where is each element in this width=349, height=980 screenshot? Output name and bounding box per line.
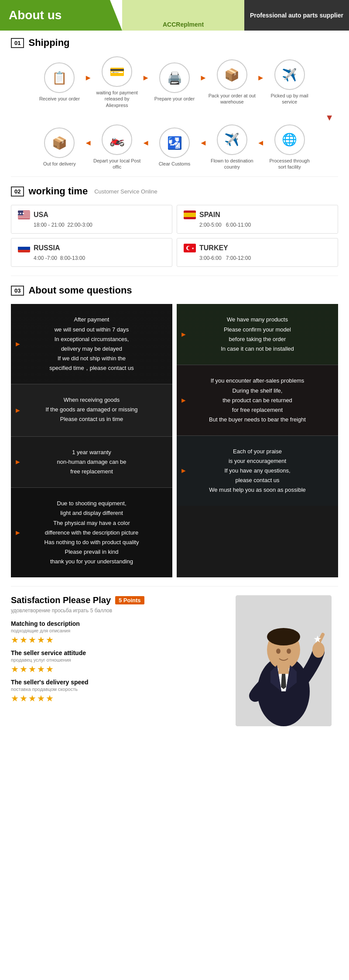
country-header-russia: RUSSIA [18,244,165,252]
country-header-spain: SPAIN [184,210,331,219]
q-left-block-2: ► When receiving goods If the goods are … [11,384,172,437]
svg-text:★: ★ [313,634,322,645]
ship-item-7: 🏍️ Depart your local Post offic [93,124,141,170]
q-left-text-3: 1 year warranty non-human damage can be … [57,449,126,475]
tagline-text: Professional auto parts supplier [250,12,343,19]
q-right-text-2: If you encounter after-sales problems Du… [209,377,306,422]
ship-item-9: ✈️ Flown to destination country [208,124,256,170]
arrow-4: ► [257,73,265,83]
q-left-arrow-4: ► [14,527,21,538]
ship-item-8: 🛂 Clear Customs [151,128,198,167]
country-header-turkey: ★ TURKEY [184,244,331,252]
person-illustration: ★ [236,595,332,726]
person-svg: ★ [236,595,332,726]
ship-item-5: ✈️ Picked up by mail service [266,59,314,105]
svg-point-29 [287,649,291,654]
russia-name: RUSSIA [34,244,60,252]
header-brand: ACCReplment [122,0,244,31]
russia-flag [18,244,30,252]
q-left-arrow-1: ► [14,338,21,350]
brand-name: ACCReplment [163,21,204,28]
country-header-usa: ★★★ USA [18,210,165,219]
shipping-num: 01 [11,38,24,48]
q-right-arrow-1: ► [180,328,187,340]
arrow-3: ► [199,73,207,83]
header-tagline: Professional auto parts supplier [244,0,349,31]
ship-label-6: Out for delivery [43,161,76,167]
country-card-spain: SPAIN 2:00-5:00 6:00-11:00 [177,205,338,234]
sat-item-3-title: The seller's delivery speed [11,679,220,686]
header-about: About us [0,0,122,31]
ship-icon-6: 📦 [44,128,75,158]
sat-item-1-title: Matching to description [11,620,220,627]
q-right-block-2: ► If you encounter after-sales problems … [177,365,338,435]
svg-point-16 [188,246,191,250]
q-left-text-4: Due to shooting equipment, light and dis… [44,500,139,565]
questions-title-row: 03 About some questions [11,285,338,296]
working-subtitle: Customer Service Online [94,188,157,195]
questions-grid: ► After payment we will send out within … [11,304,338,577]
svg-text:★: ★ [192,247,194,250]
turkey-time: 3:00-6:00 7:00-12:00 [199,255,331,261]
q-left-arrow-2: ► [14,404,21,416]
sat-item-2-title: The seller service attitude [11,649,220,656]
ship-icon-9: ✈️ [217,124,247,155]
ship-item-1: 📋 Receive your order [35,62,83,102]
q-left-block-1: ► After payment we will send out within … [11,304,172,384]
satisfaction-title-row: Satisfaction Please Play 5 Points [11,595,220,605]
svg-rect-11 [18,244,30,247]
sat-item-3: The seller's delivery speed поставка про… [11,679,220,704]
svg-point-23 [267,628,300,645]
q-left-text-2: When receiving goods If the goods are da… [45,397,137,422]
questions-title: About some questions [28,285,132,296]
ship-icon-7: 🏍️ [102,124,132,155]
sat-item-2-sub: продавец услуг отношения [11,657,220,663]
svg-point-28 [276,649,281,654]
questions-num: 03 [11,286,24,296]
shipping-title-row: 01 Shipping [11,37,338,48]
ship-icon-4: 📦 [217,59,247,90]
arrow-8: ◄ [257,138,265,148]
ship-label-2: waiting for payment released by Aliexpre… [93,90,141,108]
arrow-6: ◄ [142,138,150,148]
questions-section: 03 About some questions ► After payment … [0,276,349,586]
svg-rect-10 [184,213,196,217]
q-right-block-1: ► We have many products Please confirm y… [177,304,338,365]
q-right-text-3: Each of your praise is your encouragemen… [209,448,306,493]
q-left-text-1: After payment we will send out within 7 … [49,316,134,371]
arrow-5: ◄ [84,138,92,148]
ship-label-8: Clear Customs [159,161,191,167]
shipping-row1: 📋 Receive your order ► 💳 waiting for pay… [11,56,338,108]
working-title-row: 02 working time Customer Service Online [11,186,338,197]
ship-label-1: Receive your order [39,96,80,102]
shipping-title: Shipping [28,37,69,48]
satisfaction-title: Satisfaction Please Play [11,595,111,605]
working-time-section: 02 working time Customer Service Online [0,177,349,276]
sat-item-3-stars: ★★★★★ [11,693,220,704]
satisfaction-left: Satisfaction Please Play 5 Points удовле… [11,595,220,726]
usa-name: USA [34,211,48,219]
svg-rect-24 [278,665,289,674]
sat-item-1: Matching to description подходящие для о… [11,620,220,645]
working-title: working time [28,186,88,197]
country-card-usa: ★★★ USA 18:00 - 21:00 22:00-3:00 [11,205,172,234]
turkey-flag: ★ [184,244,196,252]
usa-flag: ★★★ [18,210,30,219]
ship-label-5: Picked up by mail service [266,93,314,105]
svg-rect-6 [18,218,30,219]
ship-item-4: 📦 Pack your order at out warehouse [208,59,256,105]
arrow-7: ◄ [199,138,207,148]
working-grid: ★★★ USA 18:00 - 21:00 22:00-3:00 SPAIN 2… [11,205,338,267]
satisfaction-section: Satisfaction Please Play 5 Points удовле… [0,587,349,735]
about-title: About us [9,8,62,22]
shipping-row2: 📦 Out for delivery ◄ 🏍️ Depart your loca… [11,124,338,170]
ship-icon-3: 🖨️ [159,62,190,93]
sat-item-3-sub: поставка продавцом скорость [11,687,220,692]
questions-left-panel: ► After payment we will send out within … [11,304,172,577]
ship-label-3: Prepare your order [154,96,195,102]
russia-time: 4:00 -7:00 8:00-13:00 [34,255,165,261]
ship-label-4: Pack your order at out warehouse [208,93,256,105]
ship-item-2: 💳 waiting for payment released by Aliexp… [93,56,141,108]
ship-label-7: Depart your local Post offic [93,158,141,170]
q-left-block-3: ► 1 year warranty non-human damage can b… [11,437,172,488]
